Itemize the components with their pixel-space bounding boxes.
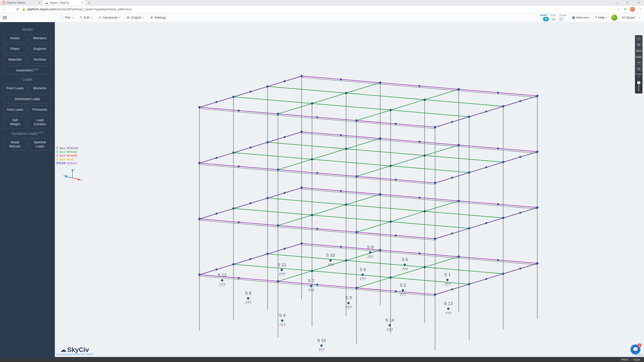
svg-point-206 [502, 217, 504, 219]
menu-file[interactable]: 📄File▾ [60, 16, 73, 19]
help-button[interactable]: ?Help▾ [595, 16, 607, 19]
close-window-icon[interactable]: ✕ [633, 0, 644, 5]
close-icon[interactable]: × [38, 1, 41, 5]
svg-point-269 [451, 289, 453, 290]
app-toolbar: 📄File▾ ✎Edit▾ ✐Advanced▾ 🖥Output▾ ⚙Setti… [0, 13, 644, 22]
svg-point-190 [502, 161, 504, 163]
menu-output[interactable]: 🖥Output▾ [127, 16, 144, 19]
svg-point-180 [277, 169, 279, 171]
zoom-in-button[interactable]: + [635, 36, 642, 41]
svg-point-199 [379, 193, 381, 195]
sidebar-btn-load-combos[interactable]: LoadCombos [28, 116, 51, 129]
sidebar-btn-supports[interactable]: Supports [28, 44, 51, 53]
svg-point-160 [198, 106, 200, 108]
status-bar: Metric hypar [0, 357, 644, 362]
model-canvas[interactable]: S 1777S 2777S 3777S 4777S 5777S 6777S 77… [55, 22, 644, 357]
tab-title: SkyCiv Demo [7, 1, 25, 5]
svg-line-17 [346, 83, 380, 93]
sidebar-btn-pressures[interactable]: Pressures [28, 105, 51, 114]
mode-design-icon[interactable]: 📋 [558, 17, 564, 21]
visibility-button[interactable]: 👁 [635, 42, 642, 47]
back-icon[interactable]: ← [2, 7, 6, 11]
svg-point-185 [390, 165, 392, 167]
hamburger-button[interactable] [0, 13, 10, 22]
wand-icon: ✐ [99, 16, 101, 19]
browser-menu-icon[interactable]: ⋮ [638, 7, 642, 11]
sidebar-btn-distributed-loads[interactable]: Distributed Loads [4, 95, 51, 103]
sidebar-btn-moments[interactable]: Moments [28, 84, 51, 93]
svg-line-75 [233, 208, 312, 215]
svg-point-220 [434, 294, 436, 296]
sidebar-btn-point-loads[interactable]: Point Loads [4, 84, 26, 93]
svg-point-164 [277, 113, 279, 115]
sidebar-btn-nodal-masses[interactable]: NodalMasses [4, 138, 26, 151]
svg-text:777: 777 [386, 328, 393, 332]
sidebar-btn-self-weight[interactable]: SelfWeight [4, 116, 26, 129]
svg-text:S 8: S 8 [245, 291, 251, 296]
svg-point-209 [232, 263, 234, 265]
sidebar-btn-plates[interactable]: Plates [4, 44, 26, 53]
camera-button[interactable]: 📷 [635, 60, 642, 65]
browser-tab-1[interactable]: ☁ hypar | SkyCiv × [43, 0, 86, 5]
browser-tabstrip: H SkyCiv Demo × ☁ hypar | SkyCiv × + — ☐… [0, 0, 644, 6]
sidebar-btn-members[interactable]: Members [28, 34, 51, 42]
svg-line-6 [268, 86, 346, 93]
sidebar-btn-sections[interactable]: Sections [28, 55, 51, 64]
menu-advanced[interactable]: ✐Advanced▾ [99, 16, 120, 19]
sidebar-btn-materials[interactable]: Materials [4, 55, 26, 64]
svg-text:777: 777 [279, 323, 286, 327]
new-tab-button[interactable]: + [86, 0, 93, 5]
svg-text:S 3: S 3 [345, 295, 352, 300]
menu-settings[interactable]: ⚙Settings [150, 16, 166, 19]
forward-icon[interactable]: → [9, 7, 13, 11]
views-button[interactable]: Views [635, 48, 642, 53]
units-pill[interactable]: Metric [620, 358, 631, 361]
user-greeting[interactable]: Hi Stuart [622, 16, 635, 19]
sidebar-btn-nodes[interactable]: Nodes [4, 34, 26, 42]
mode-model-icon[interactable]: ⊞ [543, 17, 549, 21]
svg-point-227 [340, 78, 342, 80]
svg-point-260 [238, 277, 239, 279]
svg-line-77 [391, 222, 469, 228]
maximize-icon[interactable]: ☐ [622, 0, 633, 5]
svg-text:S 11: S 11 [277, 262, 286, 267]
svg-point-200 [355, 231, 357, 233]
svg-point-188 [434, 182, 436, 184]
favicon-cloud-icon: ☁ [45, 1, 48, 5]
svg-point-268 [284, 248, 286, 250]
reload-icon[interactable]: ⟳ [16, 7, 19, 11]
url-input[interactable]: 🔒 platform.skyciv.com/structural?preload… [22, 7, 614, 11]
chat-button[interactable]: 💬 1 [630, 344, 640, 354]
extensions-icon[interactable]: ✦ [624, 7, 626, 11]
addons-button[interactable]: ▦Add-ons▾ [572, 16, 590, 19]
menu-label: Advanced [103, 16, 117, 19]
tab-title: hypar | SkyCiv [50, 1, 69, 5]
user-menu-caret[interactable]: ▾ [639, 16, 640, 19]
svg-point-184 [355, 175, 357, 177]
svg-point-193 [232, 207, 234, 209]
browser-tab-0[interactable]: H SkyCiv Demo × [0, 0, 43, 5]
mode-switch: Model Solve Design ⊞ ☁ 📋 [540, 14, 567, 21]
sidebar-btn-assemblies[interactable]: AssembliesNEW [4, 66, 51, 75]
minimize-icon[interactable]: — [611, 0, 622, 5]
close-icon[interactable]: × [81, 1, 83, 5]
sidebar-btn-spectral-loads[interactable]: SpectralLoads [28, 138, 51, 151]
integration-pill[interactable]: hypar [631, 358, 642, 361]
profile-avatar[interactable] [630, 7, 635, 12]
sidebar-btn-area-loads[interactable]: Area Loads [4, 105, 26, 114]
star-icon[interactable]: ☆ [617, 7, 620, 11]
url-path: /structural?preload_name=hypar&preload_p… [56, 7, 132, 11]
mode-solve-icon[interactable]: ☁ [550, 17, 556, 21]
user-avatar[interactable] [611, 15, 617, 21]
svg-text:777: 777 [308, 288, 314, 292]
svg-point-219 [458, 256, 460, 258]
menu-edit[interactable]: ✎Edit▾ [80, 16, 92, 19]
svg-line-7 [346, 93, 425, 100]
svg-point-266 [216, 269, 217, 270]
url-host: platform.skyciv.com [27, 7, 56, 11]
address-bar: ← → ⟳ 🔒 platform.skyciv.com/structural?p… [0, 6, 644, 13]
rotate-button[interactable]: Rotate [635, 54, 642, 59]
scale-slider[interactable] [638, 80, 639, 92]
refresh-view-button[interactable]: ⟲ [635, 66, 642, 71]
svg-line-92 [425, 201, 459, 211]
